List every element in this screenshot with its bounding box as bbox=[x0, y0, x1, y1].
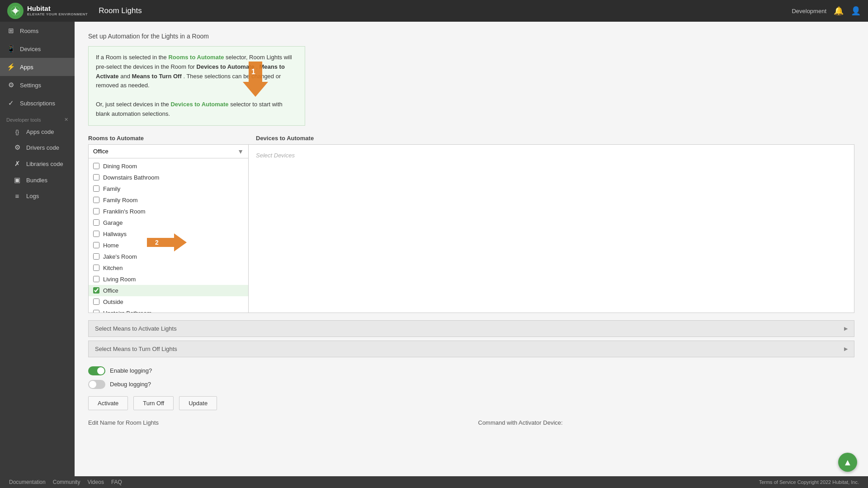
room-label-upstairs-bathroom: Upstairs Bathroom bbox=[103, 310, 152, 313]
room-label-family: Family bbox=[103, 185, 120, 192]
scroll-to-top-fab[interactable]: ▲ bbox=[838, 453, 857, 472]
subscriptions-icon: ✓ bbox=[6, 99, 15, 107]
info-box: If a Room is selected in the Rooms to Au… bbox=[88, 46, 305, 126]
enable-logging-toggle[interactable] bbox=[88, 366, 105, 375]
topbar-right: Development 🔔 👤 bbox=[792, 6, 861, 16]
activate-lights-label: Select Means to Activate Lights bbox=[95, 325, 177, 332]
libraries-code-icon: ✗ bbox=[13, 160, 22, 168]
room-label-family-room: Family Room bbox=[103, 197, 138, 204]
sidebar-label-logs: Logs bbox=[26, 193, 39, 199]
sidebar-label-libraries-code: Libraries code bbox=[26, 161, 63, 167]
room-label-dining-room: Dining Room bbox=[103, 163, 137, 170]
rooms-icon: ⊞ bbox=[6, 27, 15, 35]
room-list-item-family[interactable]: Family bbox=[89, 183, 248, 194]
room-checkbox-family-room[interactable] bbox=[93, 197, 99, 203]
sidebar-item-subscriptions[interactable]: ✓ Subscriptions bbox=[0, 94, 75, 112]
footer-link-videos[interactable]: Videos bbox=[87, 479, 104, 485]
development-label: Development bbox=[792, 8, 826, 14]
room-checkbox-garage[interactable] bbox=[93, 219, 99, 226]
room-checkbox-dining-room[interactable] bbox=[93, 163, 99, 169]
devices-header: Devices to Automate bbox=[249, 135, 854, 142]
user-icon[interactable]: 👤 bbox=[851, 6, 861, 16]
debug-logging-toggle[interactable] bbox=[88, 380, 105, 389]
main-content: 1 2 Set up Automation for the Lights in … bbox=[75, 22, 868, 476]
room-checkbox-franklins-room[interactable] bbox=[93, 208, 99, 214]
room-label-hallways: Hallways bbox=[103, 231, 127, 237]
room-list-item-upstairs-bathroom[interactable]: Upstairs Bathroom bbox=[89, 308, 248, 313]
room-list-item-kitchen[interactable]: Kitchen bbox=[89, 262, 248, 274]
update-button[interactable]: Update bbox=[179, 396, 217, 410]
room-list-item-outside[interactable]: Outside bbox=[89, 296, 248, 308]
sidebar-item-logs[interactable]: ≡ Logs bbox=[0, 188, 75, 204]
sidebar-item-bundles[interactable]: ▣ Bundles bbox=[0, 172, 75, 188]
sidebar-label-drivers-code: Drivers code bbox=[26, 144, 59, 151]
topbar: Hubitat ELEVATE YOUR ENVIRONMENT Room Li… bbox=[0, 0, 868, 22]
room-checkbox-downstairs-bathroom[interactable] bbox=[93, 174, 99, 180]
debug-logging-label: Debug logging? bbox=[110, 381, 151, 388]
collapse-dev-tools-icon[interactable]: ✕ bbox=[64, 117, 68, 123]
room-checkbox-jakes-room[interactable] bbox=[93, 253, 99, 260]
rooms-dropdown[interactable]: Office Dining Room Downstairs Bathroom F… bbox=[89, 145, 248, 158]
turn-off-lights-section[interactable]: Select Means to Turn Off Lights ▶ bbox=[88, 341, 854, 357]
rooms-dropdown-wrapper: Office Dining Room Downstairs Bathroom F… bbox=[89, 145, 248, 159]
info-and: and bbox=[120, 73, 132, 80]
sidebar-item-libraries-code[interactable]: ✗ Libraries code bbox=[0, 156, 75, 172]
activate-button[interactable]: Activate bbox=[88, 396, 128, 410]
action-buttons: Activate Turn Off Update bbox=[88, 396, 854, 410]
bell-icon[interactable]: 🔔 bbox=[834, 6, 844, 16]
room-checkbox-home[interactable] bbox=[93, 242, 99, 248]
activate-lights-section[interactable]: Select Means to Activate Lights ▶ bbox=[88, 320, 854, 337]
room-checkbox-living-room[interactable] bbox=[93, 276, 99, 282]
turn-off-button[interactable]: Turn Off bbox=[133, 396, 174, 410]
footer-link-community[interactable]: Community bbox=[53, 479, 80, 485]
info-line1-before: If a Room is selected in the bbox=[96, 54, 168, 61]
sidebar-item-settings[interactable]: ⚙ Settings bbox=[0, 76, 75, 94]
page-subtitle: Set up Automation for the Lights in a Ro… bbox=[88, 33, 854, 40]
room-checkbox-upstairs-bathroom[interactable] bbox=[93, 310, 99, 313]
room-list-item-downstairs-bathroom[interactable]: Downstairs Bathroom bbox=[89, 172, 248, 183]
sidebar-item-apps[interactable]: ⚡ Apps bbox=[0, 58, 75, 76]
room-list-item-living-room[interactable]: Living Room bbox=[89, 274, 248, 285]
settings-icon: ⚙ bbox=[6, 81, 15, 89]
developer-tools-label: Developer tools ✕ bbox=[0, 112, 75, 124]
room-label-office: Office bbox=[103, 287, 118, 294]
sidebar-item-devices[interactable]: 📱 Devices bbox=[0, 40, 75, 58]
room-label-living-room: Living Room bbox=[103, 276, 136, 283]
room-label-garage: Garage bbox=[103, 219, 123, 226]
sidebar-label-settings: Settings bbox=[20, 82, 41, 89]
footer-link-documentation[interactable]: Documentation bbox=[9, 479, 46, 485]
room-label-jakes-room: Jake's Room bbox=[103, 253, 137, 260]
room-checkbox-hallways[interactable] bbox=[93, 231, 99, 237]
sidebar-item-apps-code[interactable]: {} Apps code bbox=[0, 124, 75, 139]
brand-text: Hubitat ELEVATE YOUR ENVIRONMENT bbox=[27, 5, 88, 16]
room-label-franklins-room: Franklin's Room bbox=[103, 208, 146, 215]
sidebar-item-drivers-code[interactable]: ⚙ Drivers code bbox=[0, 139, 75, 156]
room-list-item-dining-room[interactable]: Dining Room bbox=[89, 161, 248, 172]
room-label-kitchen: Kitchen bbox=[103, 265, 123, 271]
brand-name: Hubitat bbox=[27, 5, 88, 13]
room-checkbox-office[interactable] bbox=[93, 287, 99, 294]
room-list-item-hallways[interactable]: Hallways bbox=[89, 228, 248, 240]
sidebar-item-rooms[interactable]: ⊞ Rooms bbox=[0, 22, 75, 40]
command-field: Command with Activator Device: bbox=[478, 419, 855, 426]
room-checkbox-outside[interactable] bbox=[93, 298, 99, 305]
footer-link-faq[interactable]: FAQ bbox=[111, 479, 122, 485]
sidebar-label-bundles: Bundles bbox=[26, 177, 47, 184]
edit-name-field: Edit Name for Room Lights bbox=[88, 419, 465, 426]
room-list-item-franklins-room[interactable]: Franklin's Room bbox=[89, 206, 248, 217]
room-label-home: Home bbox=[103, 242, 119, 249]
automate-headers: Rooms to Automate Devices to Automate bbox=[88, 135, 854, 142]
sidebar-label-apps: Apps bbox=[20, 64, 33, 71]
room-checkbox-family[interactable] bbox=[93, 185, 99, 192]
turn-off-lights-label: Select Means to Turn Off Lights bbox=[95, 346, 177, 352]
room-list-item-garage[interactable]: Garage bbox=[89, 217, 248, 228]
sidebar-label-apps-code: Apps code bbox=[26, 128, 54, 135]
room-list-item-family-room[interactable]: Family Room bbox=[89, 194, 248, 206]
room-list-item-jakes-room[interactable]: Jake's Room bbox=[89, 251, 248, 262]
room-checkbox-kitchen[interactable] bbox=[93, 265, 99, 271]
room-list-item-office[interactable]: Office bbox=[89, 285, 248, 296]
room-list-item-home[interactable]: Home bbox=[89, 240, 248, 251]
logo-circle bbox=[7, 3, 24, 19]
info-kw-devices-to-automate-2: Devices to Automate bbox=[170, 101, 228, 108]
sidebar-label-rooms: Rooms bbox=[20, 28, 38, 34]
